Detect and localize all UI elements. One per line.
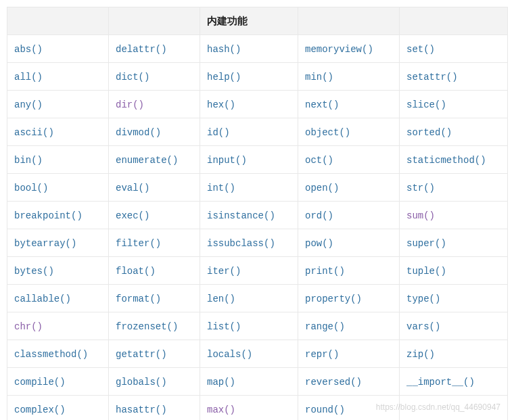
table-cell: all() (7, 63, 109, 91)
table-cell: abs() (7, 35, 109, 63)
function-link[interactable]: str() (406, 183, 435, 193)
function-link[interactable]: format() (116, 294, 161, 304)
function-link[interactable]: ascii() (14, 127, 54, 138)
table-cell: complex() (7, 396, 109, 421)
function-link[interactable]: setattr() (406, 72, 458, 83)
table-row: any()dir()hex()next()slice() (7, 91, 508, 118)
function-link[interactable]: globals() (116, 377, 167, 388)
table-header: 内建功能 (7, 7, 508, 35)
function-link[interactable]: any() (14, 99, 43, 110)
function-link[interactable]: super() (406, 238, 446, 249)
function-link[interactable]: callable() (14, 294, 71, 304)
table-cell: any() (7, 91, 109, 118)
function-link[interactable]: dir() (116, 99, 144, 110)
function-link[interactable]: divmod() (116, 127, 161, 138)
function-link[interactable]: id() (207, 127, 230, 138)
function-link[interactable]: reversed() (305, 377, 362, 388)
function-link[interactable]: input() (207, 155, 247, 166)
function-link[interactable]: filter() (116, 238, 161, 249)
table-cell: memoryview() (298, 35, 400, 63)
function-link[interactable]: type() (406, 294, 440, 304)
function-link[interactable]: min() (305, 72, 333, 83)
table-cell: range() (298, 312, 400, 340)
function-link[interactable]: oct() (305, 155, 333, 166)
function-link[interactable]: vars() (406, 321, 440, 332)
function-link[interactable]: len() (207, 294, 235, 304)
function-link[interactable]: bytearray() (14, 238, 76, 249)
function-link[interactable]: sorted() (406, 127, 452, 138)
function-link[interactable]: iter() (207, 266, 241, 277)
table-cell: bool() (7, 174, 109, 202)
function-link[interactable]: chr() (14, 321, 43, 332)
table-row: bytearray()filter()issubclass()pow()supe… (7, 229, 508, 257)
function-link[interactable]: map() (207, 377, 235, 388)
function-link[interactable]: abs() (14, 44, 43, 55)
function-link[interactable]: tuple() (406, 266, 446, 277)
function-link[interactable]: breakpoint() (14, 210, 83, 221)
table-cell: bytearray() (7, 229, 109, 257)
function-link[interactable]: object() (305, 127, 350, 138)
function-link[interactable]: enumerate() (116, 155, 178, 166)
function-link[interactable]: exec() (116, 210, 149, 221)
table-row: compile()globals()map()reversed()__impor… (7, 368, 508, 396)
function-link[interactable]: dict() (116, 72, 149, 83)
function-link[interactable]: getattr() (116, 349, 167, 360)
table-cell: filter() (109, 229, 200, 257)
table-cell: next() (298, 91, 400, 118)
function-link[interactable]: bin() (14, 155, 43, 166)
function-link[interactable]: help() (207, 72, 241, 83)
function-link[interactable]: property() (305, 294, 362, 304)
table-cell: map() (200, 368, 298, 396)
function-link[interactable]: sum() (406, 210, 435, 221)
function-link[interactable]: int() (207, 183, 235, 193)
function-link[interactable]: pow() (305, 238, 333, 249)
function-link[interactable]: issubclass() (207, 238, 275, 249)
function-link[interactable]: next() (305, 99, 339, 110)
function-link[interactable]: locals() (207, 349, 252, 360)
function-link[interactable]: ord() (305, 210, 333, 221)
function-link[interactable]: round() (305, 404, 345, 415)
table-row: complex()hasattr()max()round() (7, 396, 508, 421)
function-link[interactable]: zip() (406, 349, 435, 360)
function-link[interactable]: slice() (406, 99, 446, 110)
function-link[interactable]: memoryview() (305, 44, 373, 55)
function-link[interactable]: hash() (207, 44, 241, 55)
function-link[interactable]: all() (14, 72, 43, 83)
function-link[interactable]: __import__() (406, 377, 475, 388)
table-cell: open() (298, 174, 400, 202)
function-link[interactable]: delattr() (116, 44, 167, 55)
function-link[interactable]: eval() (116, 183, 149, 193)
function-link[interactable]: frozenset() (116, 321, 178, 332)
function-link[interactable]: float() (116, 266, 156, 277)
function-link[interactable]: print() (305, 266, 345, 277)
function-link[interactable]: repr() (305, 349, 339, 360)
function-link[interactable]: hex() (207, 99, 235, 110)
function-link[interactable]: list() (207, 321, 241, 332)
table-cell: bytes() (7, 257, 109, 285)
table-cell: int() (200, 174, 298, 202)
table-cell: bin() (7, 146, 109, 174)
function-link[interactable]: open() (305, 183, 339, 193)
function-link[interactable]: range() (305, 321, 345, 332)
table-cell: setattr() (400, 63, 508, 91)
table-cell: iter() (200, 257, 298, 285)
function-link[interactable]: bool() (14, 183, 48, 193)
function-link[interactable]: compile() (14, 377, 66, 388)
table-cell: pow() (298, 229, 400, 257)
table-cell: callable() (7, 285, 109, 312)
function-link[interactable]: classmethod() (14, 349, 88, 360)
table-cell: len() (200, 285, 298, 312)
function-link[interactable]: max() (207, 404, 235, 415)
builtin-functions-table: 内建功能 abs()delattr()hash()memoryview()set… (7, 7, 508, 420)
table-row: bool()eval()int()open()str() (7, 174, 508, 202)
function-link[interactable]: bytes() (14, 266, 54, 277)
function-link[interactable]: complex() (14, 404, 66, 415)
function-link[interactable]: set() (406, 44, 435, 55)
table-cell: round() (298, 396, 400, 421)
table-cell: getattr() (109, 340, 200, 368)
table-cell: float() (109, 257, 200, 285)
function-link[interactable]: hasattr() (116, 404, 167, 415)
table-cell: tuple() (400, 257, 508, 285)
function-link[interactable]: isinstance() (207, 210, 275, 221)
function-link[interactable]: staticmethod() (406, 155, 486, 166)
